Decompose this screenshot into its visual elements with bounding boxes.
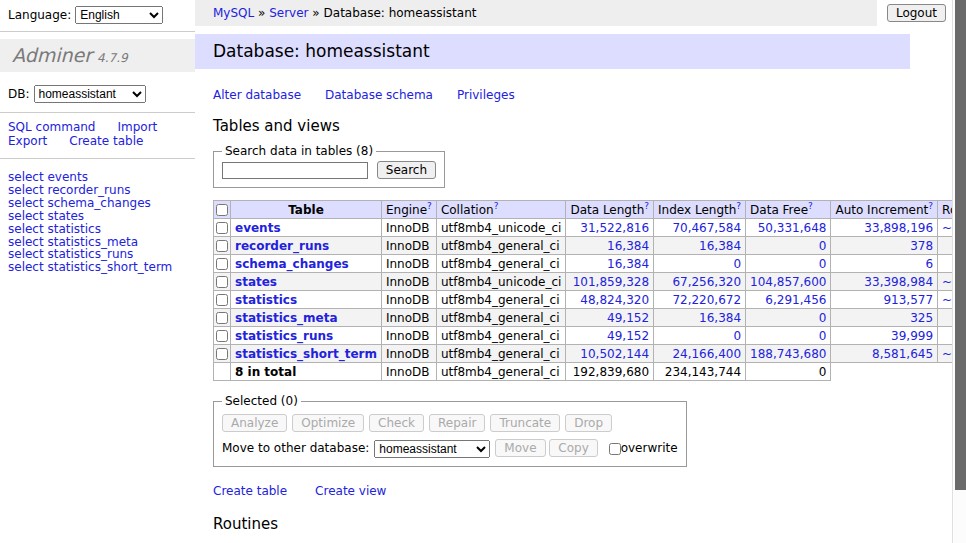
column-help-link[interactable]: ?	[736, 201, 741, 211]
cell-table-name: schema_changes	[231, 255, 382, 273]
cell-data-free: 188,743,680	[746, 345, 831, 363]
move-row: Move to other database:homeassistantMove…	[222, 439, 678, 458]
db-select[interactable]: homeassistant	[34, 85, 146, 103]
cell-data-free: 6,291,456	[746, 291, 831, 309]
search-button[interactable]: Search	[377, 161, 436, 179]
table-link-statistics-runs[interactable]: statistics_runs	[235, 329, 333, 343]
breadcrumb-link-server[interactable]: Server	[269, 6, 308, 20]
cell-data-length: 49,152	[566, 309, 654, 327]
cell-index-length: 24,166,400	[654, 345, 746, 363]
sidebar-action-line: SQL commandImport	[8, 121, 195, 135]
table-row: statistics_metaInnoDButf8mb4_general_ci4…	[214, 309, 966, 327]
column-help-link[interactable]: ?	[427, 201, 432, 211]
table-row: recorder_runsInnoDButf8mb4_general_ci16,…	[214, 237, 966, 255]
row-checkbox[interactable]	[216, 240, 228, 252]
overwrite-checkbox[interactable]	[609, 443, 621, 455]
column-help-link[interactable]: ?	[928, 201, 933, 211]
truncate-button[interactable]: Truncate	[490, 414, 560, 432]
table-link-events[interactable]: events	[235, 221, 281, 235]
row-checkbox[interactable]	[216, 294, 228, 306]
check-button[interactable]: Check	[369, 414, 424, 432]
cell-index-length: 72,220,672	[654, 291, 746, 309]
sidebar-action-import[interactable]: Import	[117, 120, 157, 134]
sidebar-action-sql-command[interactable]: SQL command	[8, 120, 95, 134]
sidebar-action-export[interactable]: Export	[8, 134, 47, 148]
table-row: statesInnoDButf8mb4_unicode_ci101,859,32…	[214, 273, 966, 291]
column-header-data-free: Data Free?	[746, 201, 831, 219]
vertical-scrollbar[interactable]	[952, 0, 966, 543]
repair-button[interactable]: Repair	[429, 414, 485, 432]
sidebar-link-select-recorder-runs[interactable]: select recorder_runs	[8, 184, 195, 197]
analyze-button[interactable]: Analyze	[222, 414, 287, 432]
cell-collation: utf8mb4_general_ci	[436, 291, 566, 309]
column-header-index-length: Index Length?	[654, 201, 746, 219]
total-collation-cell: utf8mb4_general_ci	[436, 363, 566, 381]
cell-engine: InnoDB	[381, 255, 436, 273]
cell-collation: utf8mb4_unicode_ci	[436, 219, 566, 237]
move-db-select[interactable]: homeassistant	[374, 440, 490, 458]
nav-link-privileges[interactable]: Privileges	[457, 88, 515, 102]
language-select[interactable]: English	[75, 6, 163, 24]
column-help-link[interactable]: ?	[808, 201, 813, 211]
cell-auto-increment: 325	[831, 309, 938, 327]
total-engine-cell: InnoDB	[381, 363, 436, 381]
move-button[interactable]: Move	[495, 439, 545, 457]
scrollbar-thumb[interactable]	[955, 0, 966, 490]
page-title: Database: homeassistant	[195, 34, 910, 69]
cell-auto-increment: 8,581,645	[831, 345, 938, 363]
total-ghost-cell	[831, 363, 938, 381]
cell-collation: utf8mb4_general_ci	[436, 237, 566, 255]
bottom-link-create-table[interactable]: Create table	[213, 484, 287, 498]
table-row: schema_changesInnoDButf8mb4_general_ci16…	[214, 255, 966, 273]
bottom-link-create-view[interactable]: Create view	[315, 484, 386, 498]
breadcrumb-link-mysql[interactable]: MySQL	[213, 6, 254, 20]
sidebar-link-select-schema-changes[interactable]: select schema_changes	[8, 197, 195, 210]
sidebar-link-select-events[interactable]: select events	[8, 171, 195, 184]
table-link-recorder-runs[interactable]: recorder_runs	[235, 239, 329, 253]
sidebar-link-select-statistics-short-term[interactable]: select statistics_short_term	[8, 261, 195, 274]
cell-auto-increment: 378	[831, 237, 938, 255]
search-fieldset: Search data in tables (8) Search	[213, 144, 445, 188]
row-checkbox[interactable]	[216, 312, 228, 324]
row-checkbox[interactable]	[216, 222, 228, 234]
table-link-statistics-short-term[interactable]: statistics_short_term	[235, 347, 377, 361]
row-checkbox[interactable]	[216, 276, 228, 288]
cell-index-length: 16,384	[654, 237, 746, 255]
column-help-link[interactable]: ?	[644, 201, 649, 211]
cell-engine: InnoDB	[381, 291, 436, 309]
row-checkbox[interactable]	[216, 330, 228, 342]
table-link-statistics[interactable]: statistics	[235, 293, 297, 307]
row-checkbox[interactable]	[216, 348, 228, 360]
cell-data-free: 0	[746, 327, 831, 345]
brand-version: 4.7.9	[97, 51, 128, 65]
nav-link-database-schema[interactable]: Database schema	[325, 88, 433, 102]
selected-legend: Selected (0)	[222, 394, 301, 408]
cell-index-length: 70,467,584	[654, 219, 746, 237]
column-header-table: Table	[231, 201, 382, 219]
column-help-link[interactable]: ?	[494, 201, 499, 211]
cell-index-length: 0	[654, 255, 746, 273]
copy-button[interactable]: Copy	[549, 439, 597, 457]
column-header-label: Data Length	[570, 203, 644, 217]
cell-auto-increment: 6	[831, 255, 938, 273]
sidebar-action-create-table[interactable]: Create table	[69, 134, 143, 148]
table-link-statistics-meta[interactable]: statistics_meta	[235, 311, 338, 325]
table-link-schema-changes[interactable]: schema_changes	[235, 257, 349, 271]
row-checkbox-cell	[214, 345, 231, 363]
cell-engine: InnoDB	[381, 327, 436, 345]
sidebar-link-select-statistics[interactable]: select statistics	[8, 223, 195, 236]
optimize-button[interactable]: Optimize	[292, 414, 364, 432]
search-input[interactable]	[222, 162, 368, 179]
table-link-states[interactable]: states	[235, 275, 277, 289]
database-nav-links: Alter databaseDatabase schemaPrivileges	[213, 88, 952, 102]
column-header-label: Table	[288, 203, 324, 217]
tables-table: TableEngine?Collation?Data Length?Index …	[213, 200, 966, 381]
column-header-label: Engine	[386, 203, 427, 217]
nav-link-alter-database[interactable]: Alter database	[213, 88, 301, 102]
drop-button[interactable]: Drop	[565, 414, 612, 432]
logout-button[interactable]: Logout	[887, 4, 946, 22]
sidebar-link-select-states[interactable]: select states	[8, 210, 195, 223]
row-checkbox[interactable]	[216, 258, 228, 270]
cell-table-name: events	[231, 219, 382, 237]
select-all-checkbox[interactable]	[216, 204, 228, 216]
